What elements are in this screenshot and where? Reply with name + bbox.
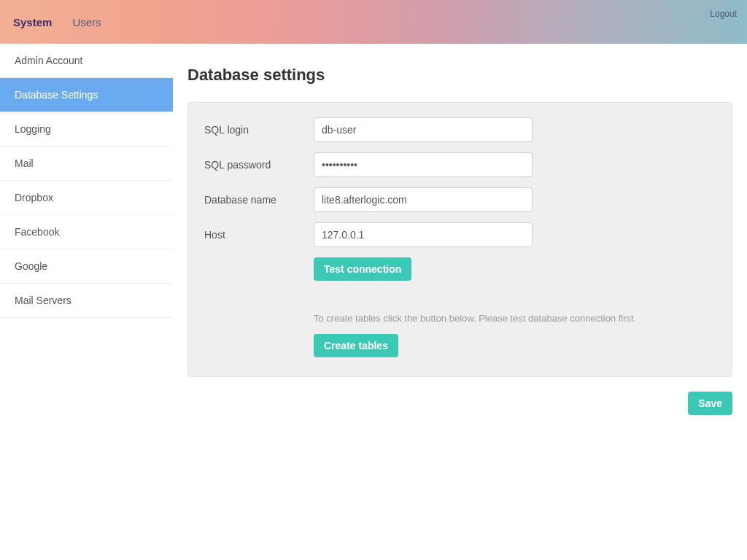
save-button[interactable]: Save [688,392,732,415]
sidebar-item-logging[interactable]: Logging [0,112,173,147]
sidebar-item-mail-servers[interactable]: Mail Servers [0,284,173,318]
sidebar-item-mail[interactable]: Mail [0,147,173,181]
label-sql-login: SQL login [204,124,314,136]
sidebar-item-database-settings[interactable]: Database Settings [0,78,173,112]
tab-users[interactable]: Users [72,16,101,28]
label-database-name: Database name [204,194,314,206]
row-host: Host [204,222,716,247]
tab-system[interactable]: System [13,16,52,28]
label-host: Host [204,229,314,241]
page-title: Database settings [187,66,732,85]
row-sql-password: SQL password [204,152,716,177]
create-tables-hint: To create tables click the button below.… [314,313,716,324]
test-connection-button[interactable]: Test connection [314,257,411,281]
input-database-name[interactable] [314,187,533,212]
logout-link[interactable]: Logout [710,9,737,19]
row-database-name: Database name [204,187,716,212]
create-tables-button[interactable]: Create tables [314,334,398,357]
settings-panel: SQL login SQL password Database name Hos… [187,102,732,377]
input-host[interactable] [314,222,533,247]
label-sql-password: SQL password [204,159,314,171]
sidebar: Admin Account Database Settings Logging … [0,44,173,429]
row-sql-login: SQL login [204,117,716,142]
main-content: Database settings SQL login SQL password… [173,44,747,429]
input-sql-password[interactable] [314,152,533,177]
input-sql-login[interactable] [314,117,533,142]
top-header: System Users Logout [0,0,747,44]
sidebar-item-admin-account[interactable]: Admin Account [0,44,173,78]
sidebar-item-facebook[interactable]: Facebook [0,215,173,249]
actions-bottom: Save [187,392,732,415]
sidebar-item-google[interactable]: Google [0,249,173,284]
sidebar-item-dropbox[interactable]: Dropbox [0,181,173,215]
